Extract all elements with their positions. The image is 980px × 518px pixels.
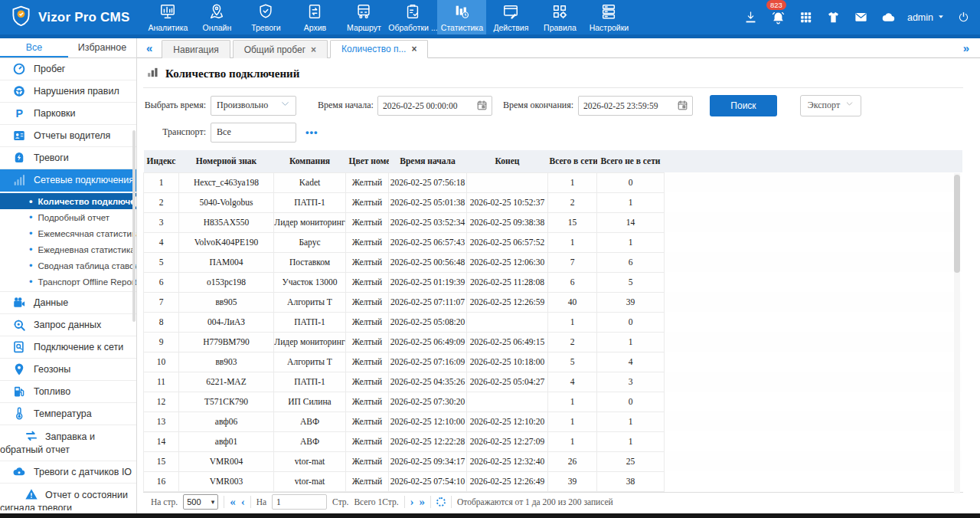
table-row[interactable]: 9Н779ВМ790Лидер мониторингЖелтый2026-02-… [144, 332, 963, 352]
per-page-select[interactable]: 500▾ [183, 494, 218, 510]
doc-tab[interactable]: Навигация [162, 40, 230, 58]
table-cell: Желтый [346, 272, 389, 292]
time-range-select[interactable]: Произвольно [211, 96, 296, 116]
table-cell: Желтый [346, 411, 389, 431]
sidebar-scrollbar[interactable] [132, 130, 136, 322]
nav-settings[interactable]: Настройки [584, 0, 633, 34]
table-row[interactable]: 4VolvoK404PE190БарусЖелтый2026-02-25 06:… [144, 232, 963, 252]
column-header: Всего в сети [548, 150, 597, 172]
table-row[interactable]: 13авф06АВФЖелтый2026-02-25 12:10:002026-… [144, 411, 963, 431]
sidebar-item-refuel-report[interactable]: Заправка и обратный отчет [0, 425, 136, 461]
close-icon[interactable]: × [411, 44, 416, 54]
nav-statistics[interactable]: Статистика [437, 0, 486, 34]
nav-online[interactable]: Онлайн [192, 0, 241, 34]
theme-button[interactable] [826, 10, 841, 25]
table-row[interactable]: 3Н835АХ550Лидер мониторингЖелтый2026-02-… [144, 212, 963, 232]
sidebar-item-parking[interactable]: PПарковки [0, 103, 136, 125]
table-row[interactable]: 116221-MAZПАТП-1Желтый2026-02-25 04:35:2… [144, 372, 963, 392]
sidebar-item-driver-reports[interactable]: Отчеты водителя [0, 125, 136, 147]
search-button[interactable]: Поиск [710, 95, 777, 116]
doc-tab[interactable]: Общий пробег× [233, 40, 328, 58]
apps-button[interactable] [799, 10, 814, 25]
table-row[interactable]: 6о153рс198Участок 13000Желтый2026-02-25 … [144, 272, 963, 292]
sidebar-subitem[interactable]: •Подробный отчет [0, 209, 136, 225]
cloud-button[interactable] [881, 10, 897, 25]
table-row[interactable]: 10вв903Алгориты ТЖелтый2026-02-25 07:16:… [144, 352, 963, 372]
nav-processing[interactable]: Обработки ... [388, 0, 437, 34]
app-logo[interactable]: Vizor Pro CMS [0, 0, 143, 34]
nav-archive[interactable]: Архив [290, 0, 339, 34]
sidebar-tab-favorites[interactable]: Избранное [68, 38, 136, 57]
table-row[interactable]: 1Нехст_с463уа198KadetЖелтый2026-02-25 07… [144, 172, 963, 192]
table-cell: Желтый [346, 312, 389, 332]
sidebar-item-alarm-status-report[interactable]: Отчет о состоянии сигнала тревоги [0, 484, 136, 510]
nav-analytics[interactable]: Аналитика [143, 0, 192, 34]
last-page-button[interactable]: » [420, 497, 426, 508]
sidebar-item-network-connect[interactable]: Подключение к сети [0, 336, 136, 359]
table-cell: ИП Силина [274, 392, 346, 411]
table-row[interactable]: 12Т571СК790ИП СилинаЖелтый2026-02-25 07:… [144, 392, 963, 411]
first-page-button[interactable]: « [230, 497, 236, 508]
sidebar-item-geofences[interactable]: Геозоны [0, 359, 136, 381]
end-time-input[interactable] [579, 101, 677, 110]
sidebar-item-temperature[interactable]: Температура [0, 403, 136, 425]
next-page-button[interactable]: › [410, 497, 414, 508]
sidebar-item-mileage[interactable]: Пробег [0, 58, 136, 80]
prev-page-button[interactable]: ‹ [241, 497, 245, 508]
nav-alarms[interactable]: Тревоги [241, 0, 290, 34]
sidebar-subitem[interactable]: •Количество подключений [0, 193, 136, 209]
table-row[interactable]: 8004-ЛиАЗПАТП-1Желтый2026-02-25 05:08:20… [144, 312, 963, 332]
sidebar-item-violations[interactable]: Нарушения правил [0, 80, 136, 103]
column-header: Цвет номера [346, 150, 389, 172]
table-row[interactable]: 14авф01АВФЖелтый2026-02-25 12:22:282026-… [144, 431, 963, 451]
expand-tabs-icon[interactable]: » [959, 41, 974, 54]
download-button[interactable] [743, 10, 759, 25]
sidebar-item-network-connections[interactable]: Сетевые подключения [0, 169, 136, 192]
table-row[interactable]: 5ПАМ004ПоставкомЖелтый2026-02-25 00:56:4… [144, 252, 963, 272]
logout-button[interactable] [956, 11, 971, 24]
table-scrollbar-thumb[interactable] [954, 175, 960, 273]
sidebar-subitem[interactable]: •Транспорт Offline Report [0, 274, 136, 290]
page-input[interactable] [272, 494, 327, 510]
sidebar-subitem[interactable]: •Сводная таблица ставок [0, 257, 136, 274]
table-cell: 14 [144, 431, 179, 451]
sidebar-subitem[interactable]: •Ежемесячная статистика [0, 225, 136, 241]
nav-route[interactable]: Маршрут [339, 0, 388, 34]
sidebar-subitem[interactable]: •Ежедневная статистика [0, 241, 136, 257]
sidebar-tab-all[interactable]: Все [0, 38, 68, 57]
table-cell: 15 [548, 212, 597, 232]
doc-tab[interactable]: Количество п...× [330, 40, 428, 58]
table-cell: Желтый [346, 192, 389, 212]
table-cell: Желтый [346, 372, 389, 392]
calendar-icon[interactable] [476, 100, 492, 111]
table-row[interactable]: 15VMR004vtor-matЖелтый2026-02-25 09:34:1… [144, 451, 963, 471]
table-cell: 2026-02-25 09:34:17 [389, 451, 467, 471]
sidebar-item-label: Подключение к сети [34, 342, 123, 352]
transport-more-button[interactable]: ••• [305, 126, 318, 138]
user-menu[interactable]: admin [907, 12, 945, 23]
sidebar-item-fuel[interactable]: Топливо [0, 381, 136, 403]
nav-rules[interactable]: Правила [535, 0, 584, 34]
table-row[interactable]: 16VMR003vtor-matЖелтый2026-02-25 07:54:1… [144, 471, 963, 491]
camera-icon [12, 296, 26, 310]
table-cell: 2026-02-25 05:04:27 [467, 372, 548, 392]
table-cell: 2026-02-25 09:38:38 [467, 212, 548, 232]
alarm-bell-button[interactable]: 823 [771, 10, 786, 25]
start-time-input[interactable] [378, 101, 476, 110]
close-icon[interactable]: × [311, 44, 316, 55]
sidebar-item-data-query[interactable]: Запрос данных [0, 314, 136, 336]
refresh-spinner-icon[interactable] [436, 497, 446, 507]
nav-actions[interactable]: Действия [486, 0, 535, 34]
sidebar-item-data[interactable]: Данные [0, 292, 136, 314]
sidebar-item-io-alarms[interactable]: Тревоги с датчиков IO [0, 461, 136, 484]
sidebar-item-alarms[interactable]: Тревоги [0, 147, 136, 169]
table-row[interactable]: 25040-VolgobusПАТП-1Желтый2026-02-25 05:… [144, 192, 963, 212]
table-scrollbar[interactable] [954, 173, 960, 493]
doc-tab-label: Навигация [173, 44, 218, 55]
export-button[interactable]: Экспорт [800, 95, 861, 116]
transport-input[interactable] [211, 123, 296, 143]
collapse-tabs-icon[interactable]: « [142, 41, 157, 54]
mail-button[interactable] [854, 10, 869, 25]
table-row[interactable]: 7вв905Алгориты ТЖелтый2026-02-25 07:11:0… [144, 292, 963, 312]
calendar-icon[interactable] [677, 100, 692, 111]
